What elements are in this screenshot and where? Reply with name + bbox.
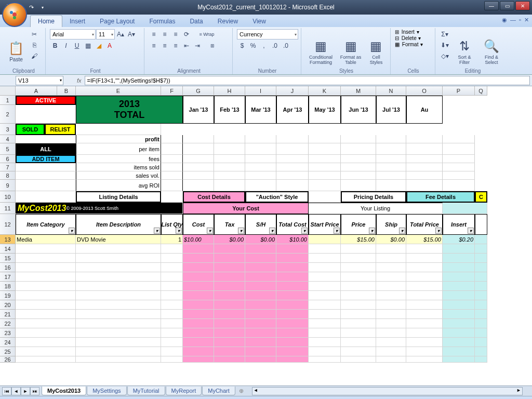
summary-profit[interactable]: profit (76, 135, 161, 143)
fee-header[interactable] (443, 203, 487, 214)
row-header-12[interactable]: 12 (0, 214, 16, 235)
col-header-F[interactable]: F (161, 86, 183, 96)
copy-button[interactable]: ⎘ (29, 40, 39, 50)
font-name-combo[interactable]: Arial (50, 29, 96, 39)
name-box[interactable]: V13 (16, 76, 63, 85)
cell-totalprice[interactable]: $15.00 (406, 235, 443, 244)
cell-qty[interactable]: 1 (161, 235, 183, 244)
col-header-H[interactable]: H (214, 86, 245, 96)
tab-data[interactable]: Data (182, 16, 210, 27)
percent-button[interactable]: % (248, 41, 258, 51)
cell-price[interactable]: $15.00 (341, 235, 376, 244)
increase-decimal-button[interactable]: .0 (270, 41, 280, 51)
clear-button[interactable]: ◇▾ (440, 51, 450, 61)
select-all-corner[interactable] (0, 86, 16, 96)
format-cells-button[interactable]: Format (402, 42, 419, 47)
wrap-text-button[interactable]: ≡ Wrap (192, 29, 221, 39)
th-cost[interactable]: Cost▾ (183, 214, 214, 235)
sheet-tab-MyTutorial[interactable]: MyTutorial (127, 387, 165, 395)
your-cost-header[interactable]: Your Cost (183, 203, 309, 214)
col-header-B[interactable]: B (57, 86, 76, 96)
align-top-button[interactable]: ≡ (149, 29, 159, 39)
summary-avg-ROI[interactable]: avg ROI (76, 180, 161, 191)
row-header-25[interactable]: 25 (0, 347, 16, 356)
month-header[interactable]: Jan '13 (183, 96, 214, 124)
window-restore-icon[interactable]: ▫ (519, 17, 521, 23)
row-header-11[interactable]: 11 (0, 203, 16, 214)
th-tax[interactable]: Tax▾ (214, 214, 245, 235)
filter-dropdown-icon[interactable]: ▾ (207, 228, 213, 234)
maximize-button[interactable]: ▭ (500, 1, 514, 10)
cell-ship[interactable]: $0.00 (376, 235, 406, 244)
row-header-18[interactable]: 18 (0, 282, 16, 291)
th-insert[interactable]: Insert▾ (443, 214, 475, 235)
month-header[interactable]: Apr '13 (276, 96, 309, 124)
minimize-button[interactable]: — (484, 1, 499, 10)
align-center-button[interactable]: ≡ (159, 41, 170, 51)
bold-button[interactable]: B (50, 41, 60, 51)
filter-dropdown-icon[interactable]: ▾ (399, 228, 405, 234)
tab-prev-button[interactable]: ◄ (11, 387, 21, 395)
row-header-19[interactable]: 19 (0, 291, 16, 300)
cost-details-button[interactable]: Cost Details (183, 191, 245, 203)
row-header-4[interactable]: 4 (0, 135, 16, 143)
underline-button[interactable]: U (72, 41, 82, 51)
row-header-17[interactable]: 17 (0, 272, 16, 282)
row-header-1[interactable]: 1 (0, 96, 16, 105)
align-middle-button[interactable]: ≡ (159, 29, 170, 39)
decrease-decimal-button[interactable]: .0 (281, 41, 291, 51)
paste-button[interactable]: 📋 Paste (5, 29, 27, 74)
row-header-14[interactable]: 14 (0, 244, 16, 254)
row-headers[interactable]: 1234567891011121314151617181920212223242… (0, 96, 16, 363)
increase-indent-button[interactable]: ⇥ (192, 41, 203, 51)
worksheet[interactable]: ABEFGHIJKMNOPQ 1234567891011121314151617… (0, 86, 532, 385)
summary-fees[interactable]: fees (76, 155, 161, 163)
cell-sh[interactable]: $0.00 (245, 235, 276, 244)
row-header-8[interactable]: 8 (0, 171, 16, 180)
row-header-7[interactable]: 7 (0, 163, 16, 171)
sheet-tab-MyChart[interactable]: MyChart (202, 387, 235, 395)
th-desc[interactable]: Item Description▾ (76, 214, 161, 235)
orientation-button[interactable]: ⟳ (181, 29, 192, 39)
th-sh[interactable]: S/H▾ (245, 214, 276, 235)
cell-startprice[interactable] (309, 235, 341, 244)
filter-dropdown-icon[interactable]: ▾ (468, 228, 474, 234)
month-header[interactable]: Au (406, 96, 443, 124)
font-size-combo[interactable]: 11 (96, 29, 115, 39)
help-icon[interactable]: ◉ (502, 17, 507, 23)
window-minimize-icon[interactable]: — (510, 17, 516, 23)
cut-button[interactable]: ✂ (29, 29, 39, 39)
comma-button[interactable]: , (259, 41, 269, 51)
th-qty[interactable]: List Qty▾ (161, 214, 183, 235)
row-header-15[interactable]: 15 (0, 254, 16, 263)
filter-dropdown-icon[interactable]: ▾ (334, 228, 340, 234)
tab-last-button[interactable]: ⏭ (30, 387, 39, 395)
month-header[interactable]: Jul '13 (376, 96, 406, 124)
sheet-tab-MyReport[interactable]: MyReport (166, 387, 202, 395)
mycost-brand[interactable]: MyCost2013 © 2009-2013 Scott Smith (16, 203, 183, 214)
th-ship[interactable]: Ship▾ (376, 214, 406, 235)
row-header-23[interactable]: 23 (0, 328, 16, 338)
redo-icon[interactable]: ↷ (26, 2, 36, 12)
fill-color-button[interactable]: ◢ (94, 41, 104, 51)
new-sheet-icon[interactable]: ⊕ (236, 388, 247, 394)
decrease-indent-button[interactable]: ⇤ (181, 41, 192, 51)
row-header-6[interactable]: 6 (0, 155, 16, 163)
merge-button[interactable]: ⊞ (203, 41, 222, 51)
c-button[interactable]: C (475, 191, 487, 203)
row-header-26[interactable]: 26 (0, 356, 16, 363)
relist-button[interactable]: RELIST (45, 124, 76, 135)
col-header-E[interactable]: E (76, 86, 161, 96)
tab-first-button[interactable]: ⏮ (2, 387, 11, 395)
col-header-K[interactable]: K (309, 86, 341, 96)
filter-dropdown-icon[interactable]: ▾ (301, 228, 308, 234)
row-header-24[interactable]: 24 (0, 338, 16, 347)
horizontal-scrollbar[interactable] (252, 387, 523, 395)
close-button[interactable]: ✕ (515, 1, 530, 10)
month-header[interactable]: Jun '13 (341, 96, 376, 124)
italic-button[interactable]: I (61, 41, 71, 51)
filter-dropdown-icon[interactable]: ▾ (369, 228, 375, 234)
align-right-button[interactable]: ≡ (170, 41, 181, 51)
tab-home[interactable]: Home (30, 15, 62, 27)
auction-style-button[interactable]: "Auction" Style (245, 191, 309, 203)
